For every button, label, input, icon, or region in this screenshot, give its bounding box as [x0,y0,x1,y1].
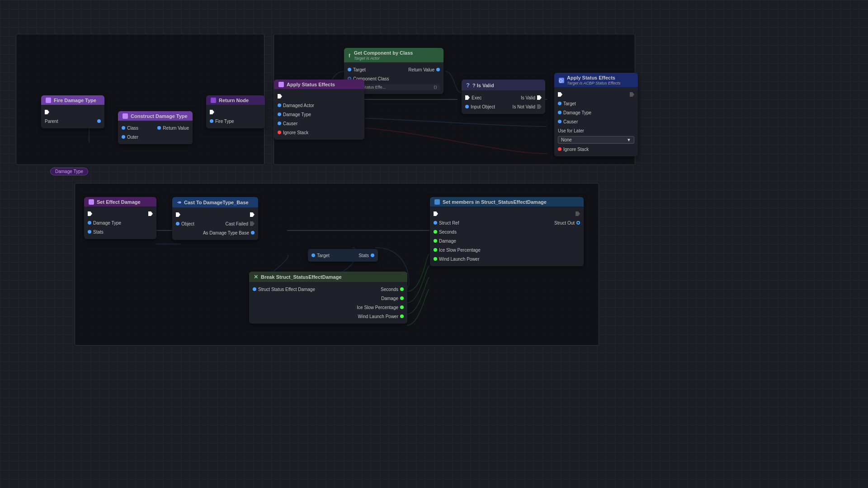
pin-row-input-object: Input Object Is Not Valid [462,102,545,111]
pin-row-ice-slow-out: Ice Slow Percentage [249,303,407,312]
node-body-fire-damage-type: Parent [41,105,104,128]
pin-row-stats-set: Stats [84,227,156,236]
pin-row-struct-status: Struct Status Effect Damage Seconds [249,285,407,294]
node-title-get-component: Get Component by Class Target is Actor [354,50,413,61]
pin-row-damage-in: Damage [430,236,584,245]
pin-row-damage-type-set: Damage Type [84,218,156,227]
node-body-apply-right: Target Damage Type Causer Use for Later [554,87,638,156]
node-body-apply-left: Damaged Actor Damage Type Causer Ignore … [274,89,364,140]
node-break-struct[interactable]: ✕ Break Struct_StatusEffectDamage Struct… [249,272,407,324]
pin-row-wind-in: Wind Launch Power [430,254,584,263]
panel-top-right: f Get Component by Class Target is Actor… [274,34,635,165]
pin-label-struct-ref: Struct Ref [439,221,459,225]
pin-exec-out-cast [250,212,255,217]
pin-dot-class [122,126,125,130]
pin-exec-in-set-members [434,211,438,216]
node-construct-damage-type[interactable]: Construct Damage Type Class Return Value… [118,111,193,144]
node-is-valid[interactable]: ? ? Is Valid Exec Is Valid Input Object [462,80,545,114]
pin-exec-in-set-effect [88,211,92,216]
pin-dot-ignore-stack-right [558,147,561,151]
pin-label-wind-out: Wind Launch Power [358,314,399,319]
pin-label-ignore-stack: Ignore Stack [283,130,308,135]
pin-row-fire-type-pin: Fire Type [206,117,265,126]
pin-label-fire-type: Fire Type [215,119,234,124]
node-fire-damage-type[interactable]: Fire Damage Type Parent [41,95,104,128]
pin-row-damaged-actor: Damaged Actor [274,101,364,110]
pin-exec-is-not-valid [537,104,542,109]
node-icon-set-members [434,199,440,205]
pin-dot-damage-type-set [88,221,91,225]
node-title-break-struct: Break Struct_StatusEffectDamage [261,274,342,280]
pin-exec-out-right [630,92,634,97]
pin-exec-in-cast [176,212,180,217]
pin-label-class: Class [127,126,138,131]
node-apply-status-right[interactable]: ◇ Apply Status Effects Target is ACBP St… [554,73,638,156]
pin-label-cast-failed: Cast Failed [225,221,248,226]
dropdown-arrow: ▼ [627,137,631,142]
node-title-apply-left: Apply Status Effects [287,82,335,87]
node-body-set-effect: Damage Type Stats [84,206,156,239]
pin-dot-seconds-out [400,287,404,291]
node-cast-to-damage-type[interactable]: ↠ Cast To DamageType_Base Object Cas [172,197,258,240]
pin-dot-struct-ref [434,221,437,225]
node-body-set-members: Struct Ref Struct Out Seconds Damage [430,206,584,266]
node-body-return: Fire Type [206,105,265,128]
pin-row-exec-set-effect [84,209,156,218]
pin-label-seconds-in: Seconds [439,230,457,235]
pin-label-target: Target [353,67,366,72]
pin-row-object-cast: Object Cast Failed [172,219,258,228]
node-icon-fire [46,98,51,103]
node-header-fire-damage-type: Fire Damage Type [41,95,104,105]
pin-row-damage-out: Damage [249,294,407,303]
dropdown-use-for-later[interactable]: None ▼ [558,136,634,144]
pin-row-causer-right: Causer [554,117,638,126]
pin-label-struct-status: Struct Status Effect Damage [258,287,315,292]
pin-dot-input-object [465,105,469,108]
node-set-effect-damage[interactable]: Set Effect Damage Damage Type [84,197,156,239]
pin-row-use-for-later: Use for Later [554,126,638,135]
pin-exec-in-is-valid [465,95,470,100]
node-subtitle-text: Target is Actor [354,56,413,61]
pin-dot-seconds-in [434,230,437,234]
node-title-set-effect: Set Effect Damage [97,199,141,205]
pin-row-target-rv: Target Return Value [344,65,443,74]
node-target-stats[interactable]: Target Stats [308,249,378,262]
pin-dot-return-value [436,68,440,71]
pin-row-damage-type-apply: Damage Type [274,110,364,119]
node-header-set-members: Set members in Struct_StatusEffectDamage [430,197,584,206]
pin-dot-stats-ts [371,253,374,257]
pin-label-use-for-later: Use for Later [558,128,584,133]
node-return-node[interactable]: Return Node Fire Type [206,95,265,128]
node-header-construct: Construct Damage Type [118,111,193,121]
dropdown-value: None [561,137,572,142]
pin-dot-ice-slow-out [400,305,404,309]
pin-label-ice-slow-in: Ice Slow Percentage [439,248,481,253]
pin-row-exec-apply-left [274,92,364,101]
pin-row-outer: Outer [118,132,193,141]
pin-row-exec-cast [172,210,258,219]
pin-dot-wind-out [400,314,404,318]
pin-label-as-damage-type: As Damage Type Base [203,230,249,235]
pin-dot-object [176,222,179,225]
pin-dot-causer-right [558,120,561,123]
node-icon-cast: ↠ [177,199,181,206]
pin-row-damage-type-right: Damage Type [554,108,638,117]
pin-dot-causer [278,122,281,125]
node-apply-status-left[interactable]: Apply Status Effects Damaged Actor Damag… [274,80,364,140]
pin-exec-is-valid-out [537,95,542,100]
pin-label-outer: Outer [127,135,138,140]
node-set-members[interactable]: Set members in Struct_StatusEffectDamage… [430,197,584,266]
node-header-set-effect: Set Effect Damage [84,197,156,206]
pin-label-damage-type-right: Damage Type [563,110,591,115]
damage-type-badge: Damage Type [50,168,88,175]
node-body-break-struct: Struct Status Effect Damage Seconds Dama… [249,282,407,324]
pin-dot-parent [97,119,101,123]
pin-dot-struct-out [576,221,580,225]
node-subtitle-apply-right: Target is ACBP Status Effects [567,81,621,85]
node-icon-construct [123,113,128,119]
pin-exec-in-return [210,110,214,114]
pin-exec-in-right [558,92,562,97]
node-title-construct: Construct Damage Type [131,113,188,119]
pin-dot-damage-type-right [558,111,561,114]
pin-row-seconds-in: Seconds [430,227,584,236]
